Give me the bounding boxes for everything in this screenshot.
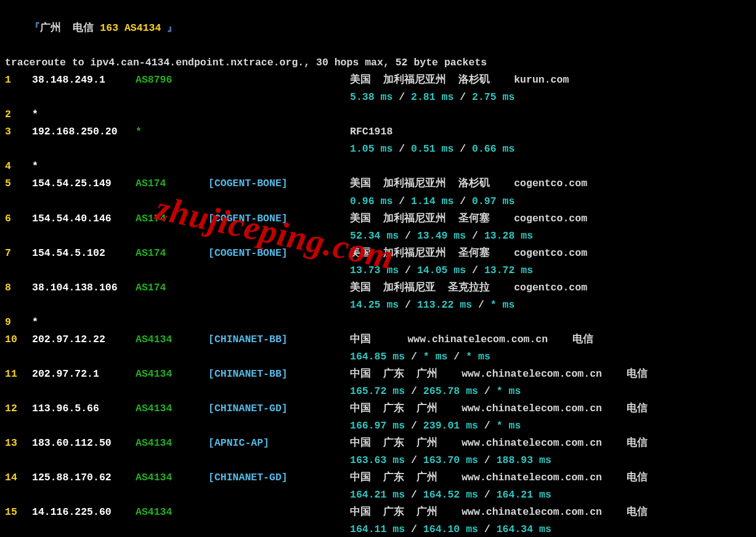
ping-separator: / bbox=[478, 417, 497, 435]
hop-row: 4* bbox=[5, 158, 751, 175]
hop-row: 5154.54.25.149AS174[COGENT-BONE]美国 加利福尼亚… bbox=[5, 175, 751, 192]
ping-separator: / bbox=[405, 486, 423, 504]
ping-value: 163.63 ms bbox=[350, 452, 405, 469]
hop-tag: [CHINANET-GD] bbox=[208, 469, 350, 486]
ping-value: 13.72 ms bbox=[484, 262, 533, 279]
ping-value: 188.93 ms bbox=[497, 452, 551, 469]
hop-asn: AS4134 bbox=[136, 504, 208, 521]
ping-value: * ms bbox=[423, 348, 448, 366]
hop-ping-row: 52.34 ms / 13.49 ms / 13.28 ms bbox=[5, 228, 751, 245]
ping-value: 13.49 ms bbox=[417, 228, 466, 245]
ping-value: 113.22 ms bbox=[417, 297, 472, 314]
hop-tag bbox=[208, 123, 350, 141]
ping-separator: / bbox=[405, 383, 423, 400]
hop-number: 8 bbox=[5, 279, 32, 297]
ping-value: 164.34 ms bbox=[497, 521, 551, 537]
hop-row: 9* bbox=[5, 314, 751, 331]
hop-number: 14 bbox=[5, 469, 32, 486]
hop-location bbox=[350, 158, 751, 175]
ping-value: * ms bbox=[466, 348, 490, 366]
title-bracket-close: 』 bbox=[161, 22, 177, 34]
hop-tag bbox=[208, 279, 350, 297]
ping-value: 166.97 ms bbox=[350, 417, 405, 435]
hop-tag bbox=[208, 72, 350, 89]
hop-asn: AS4134 bbox=[136, 435, 208, 452]
hop-ip: 202.97.12.22 bbox=[32, 331, 136, 348]
hop-row: 14125.88.170.62AS4134[CHINANET-GD]中国 广东 … bbox=[5, 469, 751, 486]
ping-value: 164.21 ms bbox=[497, 486, 551, 504]
ping-separator: / bbox=[399, 297, 417, 314]
ping-value: 265.78 ms bbox=[423, 383, 478, 400]
ping-value: 164.21 ms bbox=[350, 486, 405, 504]
hop-ping-row: 13.73 ms / 14.05 ms / 13.72 ms bbox=[5, 262, 751, 279]
hop-ip: 202.97.72.1 bbox=[32, 366, 136, 383]
hop-tag: [COGENT-BONE] bbox=[208, 245, 350, 262]
hop-row: 11202.97.72.1AS4134[CHINANET-BB]中国 广东 广州… bbox=[5, 366, 751, 383]
hop-number: 11 bbox=[5, 366, 32, 383]
hop-asn bbox=[136, 314, 208, 331]
hop-row: 13183.60.112.50AS4134[APNIC-AP]中国 广东 广州 … bbox=[5, 435, 751, 452]
hop-tag: [APNIC-AP] bbox=[208, 435, 350, 452]
hop-asn: AS4134 bbox=[136, 469, 208, 486]
ping-separator: / bbox=[405, 417, 423, 435]
hop-location: 美国 加利福尼亚州 圣何塞 cogentco.com bbox=[350, 245, 751, 262]
hop-asn bbox=[136, 158, 208, 175]
hop-row: 6154.54.40.146AS174[COGENT-BONE]美国 加利福尼亚… bbox=[5, 210, 751, 228]
hop-location: RFC1918 bbox=[350, 123, 751, 141]
ping-separator: / bbox=[392, 141, 411, 158]
hop-asn: AS4134 bbox=[136, 400, 208, 417]
hop-asn: AS174 bbox=[136, 210, 208, 228]
hop-ip: 38.104.138.106 bbox=[32, 279, 136, 297]
hop-number: 15 bbox=[5, 504, 32, 521]
hop-ping-row: 165.72 ms / 265.78 ms / * ms bbox=[5, 383, 751, 400]
hop-ping-row: 5.38 ms / 2.81 ms / 2.75 ms bbox=[5, 89, 751, 106]
hop-row: 7154.54.5.102AS174[COGENT-BONE]美国 加利福尼亚州… bbox=[5, 245, 751, 262]
hop-ip: 183.60.112.50 bbox=[32, 435, 136, 452]
ping-value: 13.73 ms bbox=[350, 262, 399, 279]
hop-location bbox=[350, 106, 751, 123]
hop-ping-row: 164.85 ms / * ms / * ms bbox=[5, 348, 751, 366]
hop-number: 13 bbox=[5, 435, 32, 452]
ping-value: 164.52 ms bbox=[423, 486, 478, 504]
ping-value: 2.81 ms bbox=[411, 89, 453, 106]
terminal-output: 『广州 电信 163 AS4134 』 traceroute to ipv4.c… bbox=[0, 0, 756, 537]
hop-row: 1514.116.225.60AS4134中国 广东 广州 www.chinat… bbox=[5, 504, 751, 521]
hop-number: 6 bbox=[5, 210, 32, 228]
hop-row: 3192.168.250.20*RFC1918 bbox=[5, 123, 751, 141]
ping-value: 5.38 ms bbox=[350, 89, 392, 106]
hop-location: 中国 广东 广州 www.chinatelecom.com.cn 电信 bbox=[350, 400, 751, 417]
hop-tag: [COGENT-BONE] bbox=[208, 175, 350, 192]
ping-value: 1.05 ms bbox=[350, 141, 392, 158]
ping-value: 1.14 ms bbox=[411, 193, 453, 210]
ping-separator: / bbox=[447, 348, 466, 366]
hop-location: 中国 广东 广州 www.chinatelecom.com.cn 电信 bbox=[350, 504, 751, 521]
hop-asn: AS174 bbox=[136, 175, 208, 192]
hop-ip: * bbox=[32, 106, 136, 123]
hop-number: 5 bbox=[5, 175, 32, 192]
traceroute-title: 『广州 电信 163 AS4134 』 bbox=[5, 2, 751, 54]
hop-asn bbox=[136, 106, 208, 123]
title-bracket-open: 『 bbox=[30, 22, 40, 34]
hop-tag bbox=[208, 314, 350, 331]
hop-location: 美国 加利福尼亚州 圣何塞 cogentco.com bbox=[350, 210, 751, 228]
ping-separator: / bbox=[392, 193, 411, 210]
hop-ip: 154.54.25.149 bbox=[32, 175, 136, 192]
hop-ping-row: 164.11 ms / 164.10 ms / 164.34 ms bbox=[5, 521, 751, 537]
title-location: 广州 电信 bbox=[40, 22, 100, 34]
ping-value: * ms bbox=[490, 297, 515, 314]
hop-tag: [CHINANET-BB] bbox=[208, 366, 350, 383]
ping-separator: / bbox=[478, 452, 497, 469]
hop-row: 12113.96.5.66AS4134[CHINANET-GD]中国 广东 广州… bbox=[5, 400, 751, 417]
hop-row: 138.148.249.1AS8796美国 加利福尼亚州 洛杉矶 kurun.c… bbox=[5, 72, 751, 89]
hop-tag bbox=[208, 504, 350, 521]
hop-ip: 154.54.40.146 bbox=[32, 210, 136, 228]
traceroute-command: traceroute to ipv4.can-4134.endpoint.nxt… bbox=[5, 54, 751, 72]
hop-tag: [CHINANET-GD] bbox=[208, 400, 350, 417]
ping-value: 163.70 ms bbox=[423, 452, 478, 469]
ping-value: 164.85 ms bbox=[350, 348, 405, 366]
hop-tag bbox=[208, 158, 350, 175]
hop-ping-row: 163.63 ms / 163.70 ms / 188.93 ms bbox=[5, 452, 751, 469]
ping-value: 14.05 ms bbox=[417, 262, 466, 279]
ping-value: 0.66 ms bbox=[472, 141, 514, 158]
ping-value: * ms bbox=[497, 383, 521, 400]
